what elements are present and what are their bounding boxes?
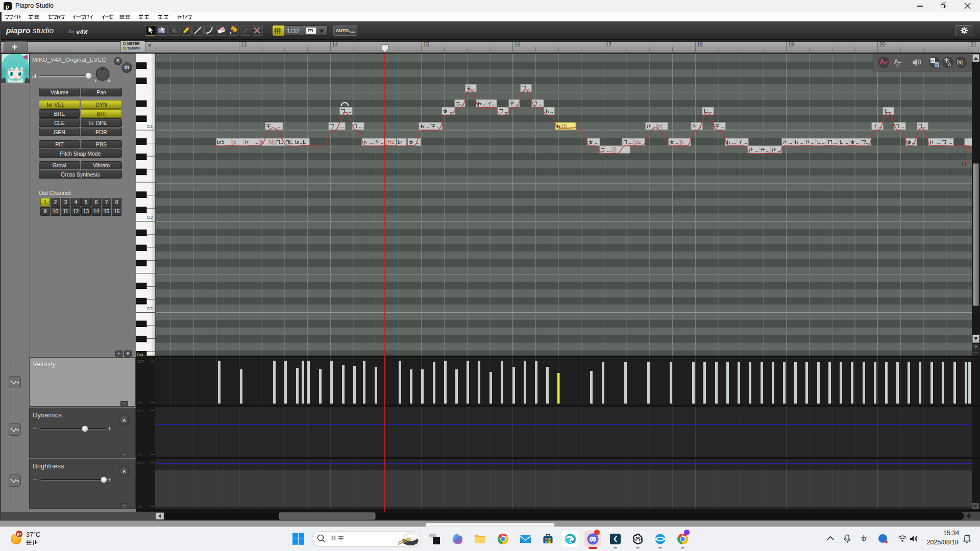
svg-text:[b: [b [232, 139, 237, 145]
svg-text:C2: C2 [147, 306, 153, 311]
svg-text:18: 18 [697, 41, 703, 47]
svg-text:[dz: [dz [634, 139, 641, 145]
svg-text:z: z [969, 534, 970, 537]
svg-text:13: 13 [241, 41, 247, 47]
svg-text:br5: br5 [217, 139, 225, 145]
svg-text:0: 0 [139, 453, 142, 457]
svg-text:0: 0 [139, 400, 142, 405]
svg-text:14: 14 [332, 41, 338, 47]
svg-text:[k: [k [680, 139, 684, 145]
svg-text:br: br [295, 139, 300, 145]
svg-text:127: 127 [137, 409, 144, 413]
svg-text:127: 127 [137, 461, 144, 465]
svg-text:br: br [398, 139, 403, 145]
svg-text:15: 15 [423, 41, 429, 47]
svg-text:P: P [932, 59, 935, 63]
svg-text:20: 20 [879, 41, 886, 47]
svg-text:A: A [948, 62, 951, 67]
svg-text:0: 0 [139, 505, 142, 509]
svg-text:C4: C4 [147, 124, 153, 129]
svg-text:[i]: [i] [612, 147, 617, 153]
svg-text:[HZ: [HZ [386, 139, 395, 145]
svg-text:127: 127 [137, 359, 144, 364]
svg-text:M]: M] [269, 139, 275, 145]
svg-text:V: V [896, 64, 899, 67]
svg-text:S: S [936, 63, 939, 67]
svg-text:17: 17 [606, 41, 612, 47]
svg-text:21: 21 [970, 41, 976, 47]
svg-text:19: 19 [788, 41, 794, 47]
svg-text:[a]: [a] [957, 60, 963, 65]
svg-text:C3: C3 [147, 215, 153, 220]
svg-text:16: 16 [514, 41, 521, 47]
